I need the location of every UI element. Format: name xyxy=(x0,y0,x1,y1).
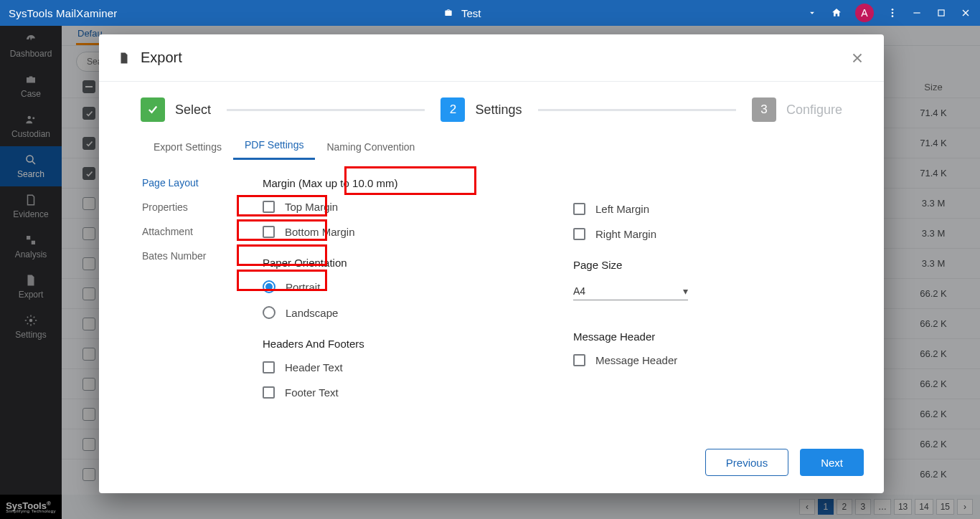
tab-pdf-settings[interactable]: PDF Settings xyxy=(233,139,315,160)
app-title: SysTools MailXaminer xyxy=(9,7,118,19)
next-button[interactable]: Next xyxy=(800,449,864,476)
svg-point-1 xyxy=(892,12,894,14)
subnav-page-layout[interactable]: Page Layout xyxy=(142,177,242,189)
minimize-icon[interactable] xyxy=(911,7,923,19)
close-icon[interactable] xyxy=(960,7,971,19)
step-3-badge: 3 xyxy=(752,97,776,122)
svg-point-2 xyxy=(892,15,894,17)
step-3-label: Configure xyxy=(786,103,842,118)
briefcase-icon xyxy=(443,8,454,18)
previous-button[interactable]: Previous xyxy=(705,449,788,476)
settings-tabs: Export Settings PDF Settings Naming Conv… xyxy=(99,122,884,160)
chevron-down-icon[interactable] xyxy=(806,7,818,19)
highlight-properties xyxy=(237,219,327,241)
kebab-icon[interactable] xyxy=(887,7,898,19)
footer-text-label: Footer Text xyxy=(285,386,339,399)
home-icon[interactable] xyxy=(831,7,842,19)
headers-footers-title: Headers And Footers xyxy=(263,338,530,350)
header-text-checkbox[interactable]: Header Text xyxy=(263,361,530,373)
footer-text-checkbox[interactable]: Footer Text xyxy=(263,386,530,399)
modal-close-icon[interactable] xyxy=(849,50,865,66)
header-text-label: Header Text xyxy=(285,361,343,373)
export-modal: Export Select 2 Settings 3 Configure Exp… xyxy=(99,34,884,493)
subnav-bates-number[interactable]: Bates Number xyxy=(142,250,242,262)
landscape-radio[interactable]: Landscape xyxy=(263,306,530,319)
right-margin-label: Right Margin xyxy=(595,228,656,240)
left-margin-label: Left Margin xyxy=(595,203,649,215)
tab-naming-convention[interactable]: Naming Convention xyxy=(315,141,426,160)
tab-export-settings[interactable]: Export Settings xyxy=(142,141,233,160)
document-icon xyxy=(118,50,131,66)
highlight-bates-number xyxy=(237,270,327,291)
svg-rect-3 xyxy=(913,12,920,13)
chevron-down-icon: ▾ xyxy=(683,285,688,297)
landscape-label: Landscape xyxy=(286,307,338,319)
highlight-pdf-settings xyxy=(344,166,476,195)
title-bar: SysTools MailXaminer Test A xyxy=(0,0,980,26)
page-size-select[interactable]: A4▾ xyxy=(573,282,688,300)
subnav-attachment[interactable]: Attachment xyxy=(142,226,242,237)
page-size-title: Page Size xyxy=(573,259,841,271)
page-size-value: A4 xyxy=(573,285,585,297)
highlight-attachment xyxy=(237,244,327,266)
pdf-subnav: Page Layout Properties Attachment Bates … xyxy=(142,177,242,417)
message-header-label: Message Header xyxy=(595,354,677,366)
svg-point-0 xyxy=(892,9,894,11)
maximize-icon[interactable] xyxy=(936,7,947,19)
step-2-badge: 2 xyxy=(440,97,465,122)
modal-title: Export xyxy=(141,49,182,66)
message-header-title: Message Header xyxy=(573,330,841,343)
step-2-label: Settings xyxy=(475,103,522,118)
project-name: Test xyxy=(461,7,481,19)
message-header-checkbox[interactable]: Message Header xyxy=(573,354,841,366)
right-margin-checkbox[interactable]: Right Margin xyxy=(573,228,841,240)
subnav-properties[interactable]: Properties xyxy=(142,201,242,213)
svg-rect-4 xyxy=(938,10,944,16)
avatar[interactable]: A xyxy=(855,4,874,22)
step-1-badge xyxy=(141,97,165,122)
highlight-page-layout xyxy=(237,195,327,216)
step-1-label: Select xyxy=(175,103,211,118)
stepper: Select 2 Settings 3 Configure xyxy=(99,82,884,122)
left-margin-checkbox[interactable]: Left Margin xyxy=(573,203,841,215)
project-chip[interactable]: Test xyxy=(118,7,806,19)
